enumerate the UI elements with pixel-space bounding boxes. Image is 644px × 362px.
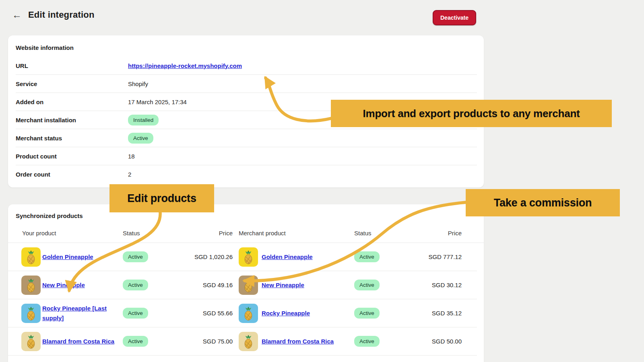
status-badge: Active <box>354 251 380 262</box>
status-badge: Active <box>354 336 380 347</box>
product-link[interactable]: New Pineapple <box>262 282 304 288</box>
status-badge: Active <box>354 280 380 290</box>
pineapple-icon <box>243 334 254 349</box>
product-link[interactable]: Golden Pineapple <box>262 253 313 260</box>
product-thumbnail <box>239 304 258 323</box>
info-label: Added on <box>16 99 128 105</box>
product-price: SGD 777.12 <box>396 253 462 260</box>
pineapple-icon <box>25 249 37 265</box>
product-price: SGD 1,020.26 <box>169 253 233 260</box>
pineapple-icon <box>25 306 37 321</box>
page-title: Edit integration <box>28 10 95 20</box>
callout-edit-products: Edit products <box>109 184 214 212</box>
installed-badge: Installed <box>128 115 159 125</box>
product-price: SGD 75.00 <box>169 338 233 345</box>
status-badge: Active <box>123 308 148 319</box>
card-title: Synchronized products <box>8 212 484 225</box>
edit-integration-page: ← Edit integration Deactivate Website in… <box>0 0 644 362</box>
back-arrow-icon[interactable]: ← <box>12 10 22 20</box>
product-price: SGD 35.12 <box>396 310 462 317</box>
col-your-product: Your product <box>22 230 123 237</box>
table-row: Blamard from Costa Rica Active SGD 75.00… <box>8 327 477 356</box>
col-price: Price <box>169 230 233 237</box>
callout-import-export: Import and export products to any mercha… <box>331 100 612 127</box>
product-thumbnail <box>239 276 258 295</box>
status-badge: Active <box>123 280 148 290</box>
product-thumbnail <box>21 276 41 295</box>
product-thumbnail <box>21 332 41 351</box>
info-row-url: URL https://pineapple-rocket.myshopify.c… <box>16 57 477 75</box>
status-badge: Active <box>123 336 148 347</box>
col-merchant-product: Merchant product <box>239 230 354 237</box>
status-badge: Active <box>123 251 148 262</box>
info-value: Shopify <box>128 80 148 87</box>
product-thumbnail <box>239 247 258 267</box>
info-row-product-count: Product count 18 <box>16 147 477 165</box>
info-label: Order count <box>16 171 128 178</box>
info-value: 17 March 2025, 17:34 <box>128 99 187 105</box>
table-body: Golden Pineapple Active SGD 1,020.26 Gol… <box>8 243 484 356</box>
product-price: SGD 50.00 <box>396 338 462 345</box>
pineapple-icon <box>243 278 254 293</box>
info-label: URL <box>16 62 128 69</box>
product-link[interactable]: Blamard from Costa Rica <box>262 338 334 345</box>
info-label: Merchant installation <box>16 117 128 123</box>
info-row-merchant-status: Merchant status Active <box>16 129 477 147</box>
deactivate-button[interactable]: Deactivate <box>433 10 476 25</box>
pineapple-icon <box>243 306 254 321</box>
product-thumbnail <box>21 304 41 323</box>
info-value: 2 <box>128 171 131 178</box>
info-label: Service <box>16 80 128 87</box>
page-header: ← Edit integration <box>12 10 95 20</box>
info-label: Merchant status <box>16 135 128 142</box>
info-row-order-count: Order count 2 <box>16 165 477 183</box>
product-price: SGD 49.16 <box>169 282 233 288</box>
product-price: SGD 30.12 <box>396 282 462 288</box>
product-link[interactable]: Rocky Pineapple <box>262 310 310 317</box>
synchronized-products-card: Synchronized products Your product Statu… <box>8 204 484 362</box>
info-label: Product count <box>16 153 128 160</box>
pineapple-icon <box>25 334 37 349</box>
website-url-link[interactable]: https://pineapple-rocket.myshopify.com <box>128 62 242 69</box>
col-status: Status <box>123 230 169 237</box>
info-value: 18 <box>128 153 135 160</box>
card-title: Website information <box>8 44 484 57</box>
table-row: Rocky Pineapple [Last supply] Active SGD… <box>8 299 477 327</box>
pineapple-icon <box>243 249 254 265</box>
product-thumbnail <box>21 247 41 267</box>
info-row-service: Service Shopify <box>16 75 477 93</box>
status-badge: Active <box>354 308 380 319</box>
active-badge: Active <box>128 133 153 144</box>
table-row: Golden Pineapple Active SGD 1,020.26 Gol… <box>8 243 477 271</box>
col-price: Price <box>396 230 462 237</box>
product-link[interactable]: Blamard from Costa Rica <box>42 338 114 345</box>
product-price: SGD 55.66 <box>169 310 233 317</box>
table-row: New Pineapple Active SGD 49.16 New Pinea… <box>8 271 477 299</box>
product-link[interactable]: Golden Pineapple <box>42 253 93 260</box>
table-header-row: Your product Status Price Merchant produ… <box>8 225 484 241</box>
product-thumbnail <box>239 332 258 351</box>
product-link[interactable]: New Pineapple <box>42 282 85 288</box>
pineapple-icon <box>25 278 37 293</box>
col-status: Status <box>354 230 396 237</box>
callout-commission: Take a commission <box>466 189 620 216</box>
product-link[interactable]: Rocky Pineapple [Last supply] <box>42 305 107 321</box>
